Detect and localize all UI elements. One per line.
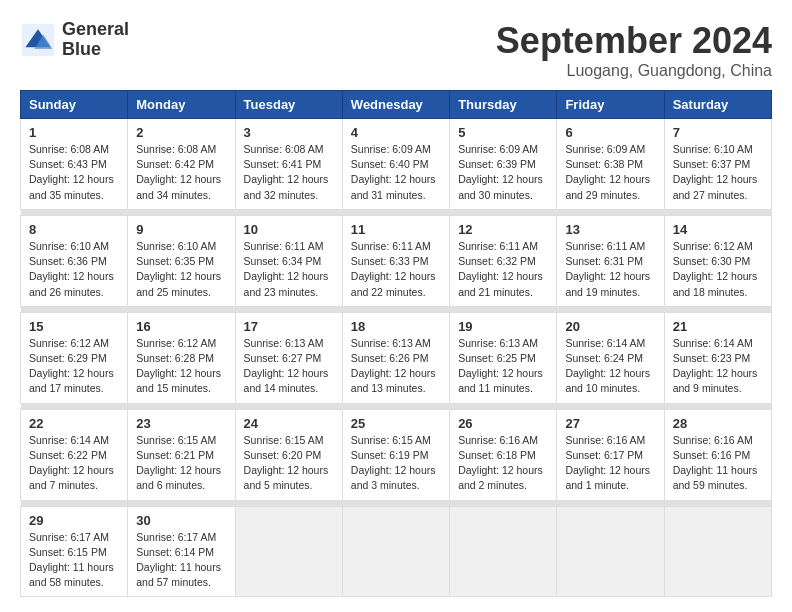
day-header-friday: Friday	[557, 91, 664, 119]
day-detail: Sunrise: 6:14 AM Sunset: 6:24 PM Dayligh…	[565, 336, 655, 397]
week-row-2: 8 Sunrise: 6:10 AM Sunset: 6:36 PM Dayli…	[21, 215, 772, 306]
day-number: 19	[458, 319, 548, 334]
calendar-cell: 29 Sunrise: 6:17 AM Sunset: 6:15 PM Dayl…	[21, 506, 128, 597]
day-header-monday: Monday	[128, 91, 235, 119]
header-row: SundayMondayTuesdayWednesdayThursdayFrid…	[21, 91, 772, 119]
calendar-cell	[235, 506, 342, 597]
calendar-cell: 25 Sunrise: 6:15 AM Sunset: 6:19 PM Dayl…	[342, 409, 449, 500]
day-detail: Sunrise: 6:08 AM Sunset: 6:43 PM Dayligh…	[29, 142, 119, 203]
day-number: 18	[351, 319, 441, 334]
logo-text: General Blue	[62, 20, 129, 60]
day-number: 24	[244, 416, 334, 431]
day-detail: Sunrise: 6:14 AM Sunset: 6:23 PM Dayligh…	[673, 336, 763, 397]
location-subtitle: Luogang, Guangdong, China	[496, 62, 772, 80]
day-detail: Sunrise: 6:15 AM Sunset: 6:20 PM Dayligh…	[244, 433, 334, 494]
day-header-wednesday: Wednesday	[342, 91, 449, 119]
day-number: 15	[29, 319, 119, 334]
day-detail: Sunrise: 6:11 AM Sunset: 6:32 PM Dayligh…	[458, 239, 548, 300]
calendar-cell: 24 Sunrise: 6:15 AM Sunset: 6:20 PM Dayl…	[235, 409, 342, 500]
day-number: 17	[244, 319, 334, 334]
calendar-cell	[450, 506, 557, 597]
day-number: 11	[351, 222, 441, 237]
day-detail: Sunrise: 6:10 AM Sunset: 6:36 PM Dayligh…	[29, 239, 119, 300]
week-row-1: 1 Sunrise: 6:08 AM Sunset: 6:43 PM Dayli…	[21, 119, 772, 210]
calendar-cell: 3 Sunrise: 6:08 AM Sunset: 6:41 PM Dayli…	[235, 119, 342, 210]
calendar-cell: 18 Sunrise: 6:13 AM Sunset: 6:26 PM Dayl…	[342, 312, 449, 403]
day-detail: Sunrise: 6:10 AM Sunset: 6:37 PM Dayligh…	[673, 142, 763, 203]
calendar-cell: 26 Sunrise: 6:16 AM Sunset: 6:18 PM Dayl…	[450, 409, 557, 500]
calendar-cell: 30 Sunrise: 6:17 AM Sunset: 6:14 PM Dayl…	[128, 506, 235, 597]
day-number: 8	[29, 222, 119, 237]
day-header-thursday: Thursday	[450, 91, 557, 119]
calendar-cell: 17 Sunrise: 6:13 AM Sunset: 6:27 PM Dayl…	[235, 312, 342, 403]
day-number: 6	[565, 125, 655, 140]
day-number: 5	[458, 125, 548, 140]
day-detail: Sunrise: 6:08 AM Sunset: 6:41 PM Dayligh…	[244, 142, 334, 203]
calendar-cell: 16 Sunrise: 6:12 AM Sunset: 6:28 PM Dayl…	[128, 312, 235, 403]
day-number: 10	[244, 222, 334, 237]
calendar-cell: 2 Sunrise: 6:08 AM Sunset: 6:42 PM Dayli…	[128, 119, 235, 210]
day-number: 1	[29, 125, 119, 140]
calendar-cell: 12 Sunrise: 6:11 AM Sunset: 6:32 PM Dayl…	[450, 215, 557, 306]
day-number: 7	[673, 125, 763, 140]
day-number: 26	[458, 416, 548, 431]
logo: General Blue	[20, 20, 129, 60]
day-detail: Sunrise: 6:12 AM Sunset: 6:30 PM Dayligh…	[673, 239, 763, 300]
title-block: September 2024 Luogang, Guangdong, China	[496, 20, 772, 80]
calendar-cell: 21 Sunrise: 6:14 AM Sunset: 6:23 PM Dayl…	[664, 312, 771, 403]
day-detail: Sunrise: 6:12 AM Sunset: 6:29 PM Dayligh…	[29, 336, 119, 397]
day-number: 20	[565, 319, 655, 334]
week-row-5: 29 Sunrise: 6:17 AM Sunset: 6:15 PM Dayl…	[21, 506, 772, 597]
calendar-cell: 4 Sunrise: 6:09 AM Sunset: 6:40 PM Dayli…	[342, 119, 449, 210]
day-number: 13	[565, 222, 655, 237]
calendar-cell: 11 Sunrise: 6:11 AM Sunset: 6:33 PM Dayl…	[342, 215, 449, 306]
calendar-cell: 8 Sunrise: 6:10 AM Sunset: 6:36 PM Dayli…	[21, 215, 128, 306]
day-number: 22	[29, 416, 119, 431]
day-number: 21	[673, 319, 763, 334]
calendar-cell: 22 Sunrise: 6:14 AM Sunset: 6:22 PM Dayl…	[21, 409, 128, 500]
day-detail: Sunrise: 6:13 AM Sunset: 6:27 PM Dayligh…	[244, 336, 334, 397]
day-detail: Sunrise: 6:08 AM Sunset: 6:42 PM Dayligh…	[136, 142, 226, 203]
calendar-cell	[557, 506, 664, 597]
day-detail: Sunrise: 6:14 AM Sunset: 6:22 PM Dayligh…	[29, 433, 119, 494]
day-detail: Sunrise: 6:11 AM Sunset: 6:31 PM Dayligh…	[565, 239, 655, 300]
day-detail: Sunrise: 6:09 AM Sunset: 6:38 PM Dayligh…	[565, 142, 655, 203]
day-detail: Sunrise: 6:16 AM Sunset: 6:18 PM Dayligh…	[458, 433, 548, 494]
day-detail: Sunrise: 6:09 AM Sunset: 6:40 PM Dayligh…	[351, 142, 441, 203]
week-row-4: 22 Sunrise: 6:14 AM Sunset: 6:22 PM Dayl…	[21, 409, 772, 500]
calendar-cell	[342, 506, 449, 597]
calendar-cell: 20 Sunrise: 6:14 AM Sunset: 6:24 PM Dayl…	[557, 312, 664, 403]
calendar-cell: 27 Sunrise: 6:16 AM Sunset: 6:17 PM Dayl…	[557, 409, 664, 500]
calendar-cell: 9 Sunrise: 6:10 AM Sunset: 6:35 PM Dayli…	[128, 215, 235, 306]
calendar-cell: 1 Sunrise: 6:08 AM Sunset: 6:43 PM Dayli…	[21, 119, 128, 210]
day-detail: Sunrise: 6:11 AM Sunset: 6:34 PM Dayligh…	[244, 239, 334, 300]
logo-icon	[20, 22, 56, 58]
day-detail: Sunrise: 6:17 AM Sunset: 6:15 PM Dayligh…	[29, 530, 119, 591]
calendar-cell: 28 Sunrise: 6:16 AM Sunset: 6:16 PM Dayl…	[664, 409, 771, 500]
day-detail: Sunrise: 6:15 AM Sunset: 6:19 PM Dayligh…	[351, 433, 441, 494]
day-number: 9	[136, 222, 226, 237]
day-detail: Sunrise: 6:17 AM Sunset: 6:14 PM Dayligh…	[136, 530, 226, 591]
day-number: 3	[244, 125, 334, 140]
day-detail: Sunrise: 6:16 AM Sunset: 6:16 PM Dayligh…	[673, 433, 763, 494]
day-number: 16	[136, 319, 226, 334]
day-detail: Sunrise: 6:11 AM Sunset: 6:33 PM Dayligh…	[351, 239, 441, 300]
day-header-sunday: Sunday	[21, 91, 128, 119]
page-header: General Blue September 2024 Luogang, Gua…	[20, 20, 772, 80]
day-number: 29	[29, 513, 119, 528]
calendar-cell: 6 Sunrise: 6:09 AM Sunset: 6:38 PM Dayli…	[557, 119, 664, 210]
day-detail: Sunrise: 6:13 AM Sunset: 6:25 PM Dayligh…	[458, 336, 548, 397]
calendar-cell: 7 Sunrise: 6:10 AM Sunset: 6:37 PM Dayli…	[664, 119, 771, 210]
calendar-table: SundayMondayTuesdayWednesdayThursdayFrid…	[20, 90, 772, 597]
day-detail: Sunrise: 6:15 AM Sunset: 6:21 PM Dayligh…	[136, 433, 226, 494]
day-number: 14	[673, 222, 763, 237]
day-number: 2	[136, 125, 226, 140]
calendar-cell	[664, 506, 771, 597]
day-number: 23	[136, 416, 226, 431]
day-number: 12	[458, 222, 548, 237]
day-header-tuesday: Tuesday	[235, 91, 342, 119]
day-number: 30	[136, 513, 226, 528]
day-detail: Sunrise: 6:13 AM Sunset: 6:26 PM Dayligh…	[351, 336, 441, 397]
week-row-3: 15 Sunrise: 6:12 AM Sunset: 6:29 PM Dayl…	[21, 312, 772, 403]
calendar-cell: 13 Sunrise: 6:11 AM Sunset: 6:31 PM Dayl…	[557, 215, 664, 306]
